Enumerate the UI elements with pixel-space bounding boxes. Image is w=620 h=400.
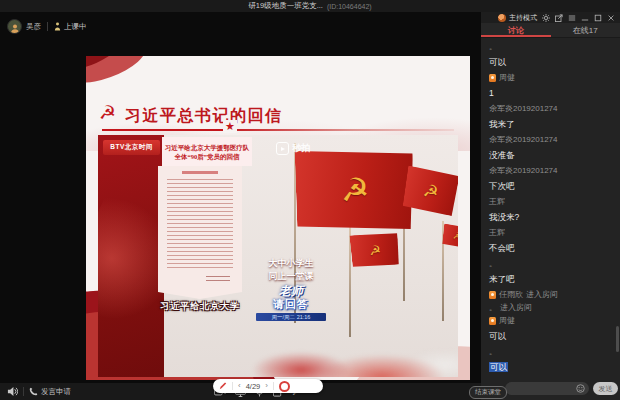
caption-line2: 同上一堂课 bbox=[258, 270, 324, 283]
send-button[interactable]: 发送 bbox=[593, 382, 618, 395]
chat-text[interactable]: 下次吧 bbox=[489, 181, 515, 191]
show-logo-line1: 老师 bbox=[256, 285, 326, 298]
watermark: 秒拍 bbox=[276, 142, 310, 155]
menu-icon bbox=[568, 14, 576, 22]
headline-line2: 全体“90后”党员的回信 bbox=[175, 152, 240, 161]
person-icon bbox=[10, 23, 20, 33]
maximize-icon bbox=[594, 14, 602, 22]
chat-sender: 。 bbox=[489, 42, 612, 51]
phone-icon bbox=[29, 387, 38, 396]
slide-nav: ‹ 4/29 › bbox=[213, 379, 323, 393]
host-avatar bbox=[498, 14, 506, 22]
play-icon bbox=[276, 142, 289, 155]
divider bbox=[23, 387, 24, 396]
chat-text[interactable]: 来了吧 bbox=[489, 274, 515, 284]
chat-scrollbar[interactable] bbox=[616, 326, 619, 352]
chat-join-row: 。 进入房间 bbox=[489, 303, 612, 312]
gear-icon bbox=[542, 14, 550, 22]
presenter-name: 吴彦 bbox=[26, 22, 41, 32]
page-indicator: 4/29 bbox=[246, 382, 261, 391]
chat-message: 王辉 我没来? bbox=[489, 197, 612, 224]
prev-page-button[interactable]: ‹ bbox=[238, 382, 241, 390]
chat-sender-name: 周健 bbox=[499, 73, 515, 82]
chat-list[interactable]: 邓时容 进入房间 王辉 进入房间 大空想家 进入房间 邓时容 可以听到 bbox=[481, 38, 620, 378]
layout-menu-button[interactable] bbox=[568, 14, 576, 22]
chat-sender: 王辉 bbox=[489, 228, 612, 237]
settings-button[interactable] bbox=[542, 14, 550, 22]
chat-text[interactable]: 不会吧 bbox=[489, 243, 515, 253]
minimize-button[interactable] bbox=[581, 14, 589, 22]
host-badge-icon bbox=[489, 74, 496, 82]
chat-message: 。 可以 bbox=[489, 347, 612, 374]
annotate-pen-button[interactable] bbox=[219, 382, 227, 390]
chat-join-row: 任雨欣 进入房间 bbox=[489, 290, 612, 299]
chat-sender: 周健 bbox=[489, 316, 612, 325]
party-flag: ☭ bbox=[349, 231, 400, 270]
chat-message: 周健 可以 bbox=[489, 316, 612, 343]
speak-request-button[interactable]: 发言申请 bbox=[29, 387, 71, 397]
emoji-button[interactable] bbox=[576, 384, 585, 393]
chat-sender-name: 周健 bbox=[499, 316, 515, 325]
window-titlebar: 研19级地质一班党支... (ID:10464642) bbox=[0, 0, 620, 12]
chat-text[interactable]: 可以 bbox=[489, 362, 508, 372]
popout-button[interactable] bbox=[555, 14, 563, 22]
chat-text[interactable]: 没准备 bbox=[489, 150, 515, 160]
chat-sender: 王辉 bbox=[489, 197, 612, 206]
tab-discussion[interactable]: 讨论 bbox=[481, 23, 551, 37]
chat-message: 。 可以 bbox=[489, 42, 612, 69]
chat-sender-name: 余军炎2019201274 bbox=[489, 166, 558, 175]
laser-pointer-button[interactable] bbox=[279, 381, 290, 392]
teacher-icon bbox=[54, 22, 61, 31]
slide-title: 习近平总书记的回信 bbox=[125, 106, 283, 127]
flag-emblem-icon: ☭ bbox=[368, 242, 381, 258]
headline-line1: 习近平给北京大学援鄂医疗队 bbox=[165, 143, 250, 152]
video-frame: BTV北京时间 习近平给北京大学援鄂医疗队 全体“90后”党员的回信 习近平给北… bbox=[98, 135, 458, 377]
chat-sender: 。 bbox=[489, 347, 612, 356]
host-mode-label: 主持模式 bbox=[509, 13, 537, 23]
channel-logo: BTV北京时间 bbox=[103, 140, 160, 155]
slide-canvas[interactable]: ☭ 习近平总书记的回信 ★ BTV北京时间 习近平给北京大学援鄂医疗队 全体“9… bbox=[86, 56, 470, 380]
close-button[interactable] bbox=[607, 14, 615, 22]
tab-online-count[interactable]: 在线17 bbox=[551, 23, 620, 37]
host-mode-selector[interactable]: 主持模式 bbox=[498, 13, 537, 23]
maximize-button[interactable] bbox=[594, 14, 602, 22]
watermark-label: 秒拍 bbox=[292, 142, 310, 155]
letter-caption: 习近平给北京大学 bbox=[146, 300, 254, 313]
chat-sender: 。 bbox=[489, 259, 612, 268]
audio-controls: 发言申请 bbox=[7, 386, 71, 397]
flag-emblem-icon: ☭ bbox=[452, 231, 458, 242]
host-badge-icon bbox=[489, 291, 496, 299]
chat-message: 余军炎2019201274 没准备 bbox=[489, 135, 612, 162]
chat-message: 。 来了吧 bbox=[489, 259, 612, 286]
chat-sender: 余军炎2019201274 bbox=[489, 166, 612, 175]
chat-text[interactable]: 可以 bbox=[489, 57, 506, 67]
smiley-icon bbox=[576, 384, 585, 393]
meeting-title: 研19级地质一班党支... bbox=[248, 1, 323, 11]
chat-text[interactable]: 可以 bbox=[489, 331, 506, 341]
side-panel: 主持模式 bbox=[481, 12, 620, 400]
minimize-icon bbox=[581, 14, 589, 22]
party-flag: ☭ bbox=[442, 224, 458, 249]
class-status: 上课中 bbox=[54, 22, 87, 32]
chat-text[interactable]: 我来了 bbox=[489, 119, 515, 129]
flag-emblem-icon: ☭ bbox=[422, 180, 440, 203]
presenter-info: 吴彦 上课中 bbox=[7, 19, 87, 34]
chat-sender: 余军炎2019201274 bbox=[489, 135, 612, 144]
chat-message: 余军炎2019201274 我来了 bbox=[489, 104, 612, 131]
speaker-icon bbox=[7, 386, 18, 397]
chat-text[interactable]: 1 bbox=[489, 88, 494, 98]
end-class-button[interactable]: 结束课堂 bbox=[469, 386, 507, 399]
presenter-avatar[interactable] bbox=[7, 19, 22, 34]
chat-join-name: 任雨欣 bbox=[499, 290, 523, 299]
next-page-button[interactable]: › bbox=[265, 382, 268, 390]
party-emblem-icon: ☭ bbox=[99, 103, 116, 122]
caption-line1: 大中小学生 bbox=[258, 257, 324, 270]
chat-text[interactable]: 我没来? bbox=[489, 212, 519, 222]
star-icon: ★ bbox=[223, 120, 237, 133]
speaker-button[interactable] bbox=[7, 386, 18, 397]
chat-message: 余军炎2019201274 下次吧 bbox=[489, 166, 612, 193]
video-headline: 习近平给北京大学援鄂医疗队 全体“90后”党员的回信 bbox=[162, 137, 252, 166]
chat-message: 王辉 不会吧 bbox=[489, 228, 612, 255]
presentation-stage: 吴彦 上课中 ☭ 习近平总书记的回信 ★ BTV北京时间 习近平给北京大学援鄂医… bbox=[0, 12, 481, 383]
panel-tabs: 讨论 在线17 bbox=[481, 23, 620, 38]
